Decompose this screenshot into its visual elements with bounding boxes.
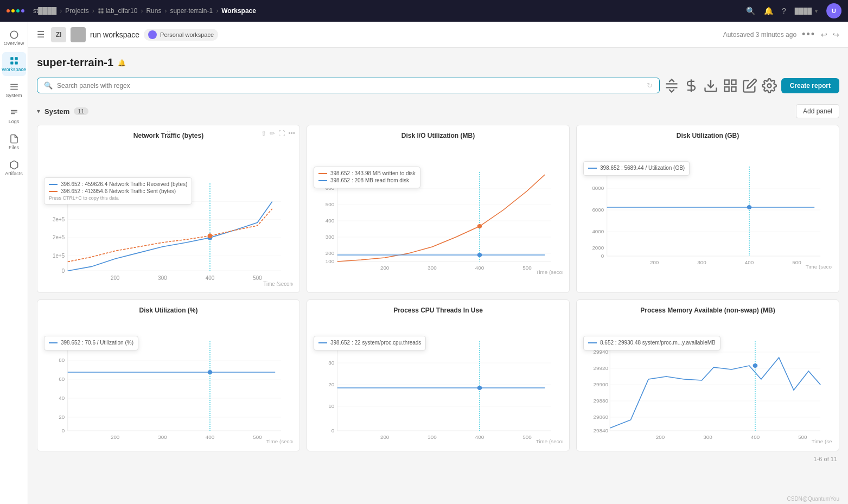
svg-text:500: 500 bbox=[792, 259, 801, 265]
run-bell-icon[interactable]: 🔔 bbox=[118, 59, 126, 67]
svg-text:Time (seconds): Time (seconds) bbox=[536, 269, 563, 275]
svg-text:4000: 4000 bbox=[592, 228, 604, 234]
svg-text:300: 300 bbox=[428, 265, 436, 271]
svg-text:40: 40 bbox=[59, 395, 65, 401]
hamburger-icon[interactable]: ☰ bbox=[37, 29, 44, 40]
svg-text:0: 0 bbox=[62, 428, 65, 433]
edit-icon[interactable] bbox=[742, 78, 757, 93]
svg-text:200: 200 bbox=[111, 434, 119, 440]
svg-point-20 bbox=[767, 84, 771, 87]
svg-text:500: 500 bbox=[326, 201, 334, 207]
search-icon[interactable]: 🔍 bbox=[746, 7, 755, 15]
svg-text:500: 500 bbox=[253, 275, 262, 281]
undo-icon[interactable]: ↩ bbox=[821, 30, 827, 39]
more-options-icon[interactable]: ••• bbox=[802, 29, 815, 40]
chart-area-diskio: 398.652 : 343.98 MB written to disk 398.… bbox=[314, 167, 563, 275]
edit-panel-icon[interactable]: ✏ bbox=[270, 130, 275, 137]
sidebar-item-files[interactable]: Files bbox=[2, 130, 26, 154]
header-right: Autosaved 3 minutes ago ••• ↩ ↪ bbox=[723, 29, 839, 40]
svg-rect-7 bbox=[10, 62, 13, 65]
breadcrumb-current: Workspace bbox=[221, 7, 256, 15]
svg-text:29860: 29860 bbox=[594, 414, 608, 420]
sidebar-item-system[interactable]: System bbox=[2, 78, 26, 102]
chart-area-network: 398.652 : 459626.4 Network Traffic Recei… bbox=[44, 177, 293, 286]
svg-text:200: 200 bbox=[380, 434, 389, 440]
svg-text:100: 100 bbox=[326, 258, 334, 264]
breadcrumb-labcifar[interactable]: lab_cifar10 bbox=[98, 7, 138, 15]
download-icon[interactable] bbox=[703, 78, 718, 93]
sidebar-item-artifacts[interactable]: Artifacts bbox=[2, 156, 26, 180]
svg-text:6000: 6000 bbox=[592, 207, 604, 213]
chart-title-cpu: Process CPU Threads In Use bbox=[314, 307, 563, 314]
settings-icon[interactable] bbox=[762, 78, 777, 93]
chart-title-memory: Process Memory Available (non-swap) (MB) bbox=[583, 307, 832, 314]
toolbar-icons bbox=[664, 78, 777, 93]
svg-text:400: 400 bbox=[206, 275, 215, 281]
section-toggle[interactable]: ▾ bbox=[37, 107, 40, 115]
section-header: ▾ System 11 Add panel bbox=[37, 104, 839, 118]
svg-point-114 bbox=[477, 386, 482, 390]
drag-handle[interactable]: ⠿ bbox=[166, 130, 171, 138]
svg-text:400: 400 bbox=[475, 265, 484, 271]
layout-icon[interactable] bbox=[723, 78, 738, 93]
section-count: 11 bbox=[74, 107, 88, 115]
svg-rect-2 bbox=[98, 11, 100, 14]
run-title: super-terrain-1 🔔 bbox=[37, 56, 839, 69]
svg-text:2e+5: 2e+5 bbox=[53, 234, 65, 240]
create-report-button[interactable]: Create report bbox=[781, 78, 839, 93]
chart-title-diskgb: Disk Utilization (GB) bbox=[583, 132, 832, 139]
chart-area-cpu: 398.652 : 22 system/proc.cpu.threads 40 bbox=[314, 336, 563, 444]
avatar[interactable]: U bbox=[826, 3, 841, 18]
personal-workspace-badge[interactable]: Personal workspace bbox=[144, 29, 218, 41]
sidebar-item-overview[interactable]: Overview bbox=[2, 26, 26, 50]
filter-icon[interactable] bbox=[684, 78, 699, 93]
tooltip-memory: 8.652 : 29930.48 system/proc.m...y.avail… bbox=[583, 336, 721, 350]
chart-area-memory: 8.652 : 29930.48 system/proc.m...y.avail… bbox=[583, 336, 832, 444]
svg-text:29920: 29920 bbox=[594, 365, 608, 371]
tooltip-cpu: 398.652 : 22 system/proc.cpu.threads bbox=[314, 336, 426, 350]
breadcrumb-project[interactable]: st████ bbox=[33, 7, 56, 15]
workspace-title: run workspace bbox=[90, 30, 139, 39]
svg-text:200: 200 bbox=[656, 434, 665, 440]
svg-rect-1 bbox=[101, 9, 103, 11]
svg-text:200: 200 bbox=[380, 265, 389, 271]
user-info: ████ ▾ bbox=[795, 8, 818, 14]
search-input[interactable] bbox=[57, 82, 642, 90]
redo-icon[interactable]: ↪ bbox=[833, 30, 839, 39]
svg-text:1e+5: 1e+5 bbox=[53, 253, 65, 259]
svg-text:29900: 29900 bbox=[594, 381, 608, 387]
svg-text:Time (seconds): Time (seconds) bbox=[263, 281, 293, 286]
personal-workspace-label: Personal workspace bbox=[160, 31, 214, 38]
bell-icon[interactable]: 🔔 bbox=[764, 7, 773, 15]
sidebar-item-workspace[interactable]: Workspace bbox=[2, 52, 26, 76]
add-panel-button[interactable]: Add panel bbox=[796, 104, 839, 118]
svg-text:300: 300 bbox=[158, 434, 167, 440]
workspace-user-avatar bbox=[71, 27, 86, 42]
help-icon[interactable]: ? bbox=[782, 7, 786, 15]
workspace-body: super-terrain-1 🔔 🔍 ↻ bbox=[28, 48, 848, 494]
refresh-icon[interactable]: ↻ bbox=[647, 81, 653, 90]
svg-rect-17 bbox=[731, 80, 736, 84]
svg-text:200: 200 bbox=[326, 250, 334, 256]
svg-text:400: 400 bbox=[206, 434, 214, 440]
left-sidebar: Overview Workspace System Logs Files Art… bbox=[0, 22, 28, 504]
section-title: System bbox=[44, 107, 69, 116]
svg-text:2000: 2000 bbox=[592, 245, 604, 251]
pagination-label: 1-6 of 11 bbox=[814, 456, 837, 462]
svg-text:300: 300 bbox=[158, 275, 167, 281]
svg-point-39 bbox=[208, 233, 213, 238]
svg-text:300: 300 bbox=[326, 234, 334, 240]
svg-text:10: 10 bbox=[328, 403, 334, 409]
svg-text:0: 0 bbox=[601, 253, 604, 259]
svg-text:500: 500 bbox=[522, 434, 531, 440]
breadcrumb-terrain[interactable]: super-terrain-1 bbox=[170, 7, 213, 15]
sidebar-item-logs[interactable]: Logs bbox=[2, 104, 26, 128]
share-icon[interactable]: ⇧ bbox=[261, 130, 266, 137]
expand-icon[interactable]: ⛶ bbox=[278, 130, 285, 137]
panel-more-icon[interactable]: ••• bbox=[288, 130, 295, 137]
breadcrumb-runs[interactable]: Runs bbox=[146, 7, 161, 15]
chart-svg-diskpct: 100 80 60 40 20 0 200 300 400 500 Time ( bbox=[44, 336, 293, 444]
breadcrumb-projects[interactable]: Projects bbox=[65, 7, 88, 15]
svg-text:29840: 29840 bbox=[594, 428, 608, 433]
sort-icon[interactable] bbox=[664, 78, 679, 93]
